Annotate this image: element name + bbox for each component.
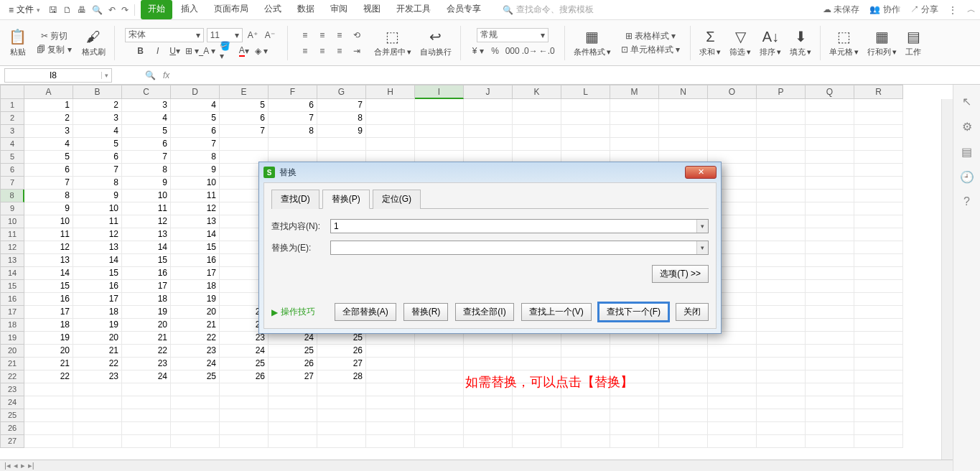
cell-C12[interactable]: 14: [122, 241, 171, 254]
cell-Q23[interactable]: [806, 383, 854, 396]
cell-O23[interactable]: [708, 383, 757, 396]
cell-J4[interactable]: [464, 138, 513, 151]
cell-B16[interactable]: 17: [73, 293, 122, 306]
cell-D12[interactable]: 15: [171, 241, 220, 254]
cell-P14[interactable]: [757, 267, 806, 280]
cell-P7[interactable]: [757, 177, 806, 190]
row-header-3[interactable]: 3: [0, 125, 24, 138]
row-header-15[interactable]: 15: [0, 280, 24, 293]
tab-view[interactable]: 视图: [356, 0, 388, 19]
tab-review[interactable]: 审阅: [323, 0, 355, 19]
filter-button[interactable]: ▽筛选 ▾: [727, 27, 754, 59]
tab-pagelayout[interactable]: 页面布局: [207, 0, 256, 19]
cell-B27[interactable]: [73, 435, 122, 448]
cell-C20[interactable]: 22: [122, 345, 171, 358]
row-header-16[interactable]: 16: [0, 293, 24, 306]
cell-R5[interactable]: [854, 151, 903, 164]
cell-H27[interactable]: [366, 435, 415, 448]
cell-D9[interactable]: 12: [171, 202, 220, 215]
cell-H24[interactable]: [366, 396, 415, 409]
cell-C24[interactable]: [122, 396, 171, 409]
cell-A7[interactable]: 7: [24, 177, 73, 190]
cell-H25[interactable]: [366, 409, 415, 422]
increase-font-icon[interactable]: A⁺: [246, 28, 260, 42]
cell-Q18[interactable]: [806, 319, 854, 332]
cell-G3[interactable]: 9: [317, 125, 366, 138]
cell-I21[interactable]: [415, 358, 464, 370]
cell-D27[interactable]: [171, 435, 220, 448]
sort-button[interactable]: A↓排序 ▾: [757, 27, 784, 59]
col-header-H[interactable]: H: [366, 85, 415, 99]
cell-D18[interactable]: 21: [171, 319, 220, 332]
sheet-nav-last[interactable]: ▸|: [28, 461, 34, 470]
cell-G20[interactable]: 26: [317, 345, 366, 358]
cell-D23[interactable]: [171, 383, 220, 396]
cell-A21[interactable]: 21: [24, 358, 73, 370]
cell-R18[interactable]: [854, 319, 903, 332]
fill-color-icon[interactable]: 🪣 ▾: [220, 44, 234, 58]
cell-P24[interactable]: [757, 396, 806, 409]
cell-L2[interactable]: [561, 112, 610, 125]
cell-C18[interactable]: 20: [122, 319, 171, 332]
row-header-20[interactable]: 20: [0, 345, 24, 358]
cell-B14[interactable]: 15: [73, 267, 122, 280]
cell-C27[interactable]: [122, 435, 171, 448]
cell-A18[interactable]: 18: [24, 319, 73, 332]
find-prev-button[interactable]: 查找上一个(V): [521, 303, 592, 321]
col-header-E[interactable]: E: [220, 85, 269, 99]
row-header-19[interactable]: 19: [0, 332, 24, 345]
cell-L21[interactable]: [561, 358, 610, 370]
sum-button[interactable]: Σ求和 ▾: [696, 27, 724, 59]
sheet-nav-first[interactable]: |◂: [4, 461, 11, 470]
cell-P18[interactable]: [757, 319, 806, 332]
preview-icon[interactable]: 🔍: [92, 5, 103, 15]
cell-C25[interactable]: [122, 409, 171, 422]
cell-A6[interactable]: 6: [24, 164, 73, 177]
strikethrough-icon[interactable]: ̲A ▾: [202, 44, 217, 58]
unsaved-indicator[interactable]: ☁ 未保存: [823, 4, 859, 16]
col-header-B[interactable]: B: [73, 85, 122, 99]
cell-Q6[interactable]: [806, 164, 854, 177]
col-header-M[interactable]: M: [610, 85, 659, 99]
rowcol-button[interactable]: ▦行和列 ▾: [864, 27, 900, 59]
cell-A17[interactable]: 17: [24, 306, 73, 319]
col-header-D[interactable]: D: [171, 85, 220, 99]
cell-D26[interactable]: [171, 422, 220, 435]
cell-L20[interactable]: [561, 345, 610, 358]
collapse-ribbon-icon[interactable]: ︿: [967, 4, 976, 16]
cell-Q11[interactable]: [806, 228, 854, 241]
col-header-O[interactable]: O: [708, 85, 757, 99]
cell-C14[interactable]: 16: [122, 267, 171, 280]
row-header-27[interactable]: 27: [0, 435, 24, 448]
row-header-2[interactable]: 2: [0, 112, 24, 125]
cell-A26[interactable]: [24, 422, 73, 435]
cell-R10[interactable]: [854, 215, 903, 228]
cell-P22[interactable]: [757, 370, 806, 383]
cell-F2[interactable]: 7: [269, 112, 317, 125]
fill-button[interactable]: ⬇填充 ▾: [787, 27, 814, 59]
cell-R14[interactable]: [854, 267, 903, 280]
cell-J20[interactable]: [464, 345, 513, 358]
cell-O2[interactable]: [708, 112, 757, 125]
cell-P1[interactable]: [757, 99, 806, 112]
cell-J3[interactable]: [464, 125, 513, 138]
cell-M20[interactable]: [610, 345, 659, 358]
cell-R13[interactable]: [854, 254, 903, 267]
cell-B19[interactable]: 20: [73, 332, 122, 345]
close-button[interactable]: ✕: [685, 166, 717, 179]
cell-N26[interactable]: [659, 422, 708, 435]
cell-J25[interactable]: [464, 409, 513, 422]
cell-R17[interactable]: [854, 306, 903, 319]
bold-icon[interactable]: B: [134, 44, 148, 58]
cell-D14[interactable]: 17: [171, 267, 220, 280]
cond-format-button[interactable]: ▦条件格式 ▾: [571, 27, 614, 59]
chevron-down-icon[interactable]: ▾: [101, 72, 111, 79]
cell-C23[interactable]: [122, 383, 171, 396]
time-icon[interactable]: 🕘: [960, 170, 974, 184]
font-size-combo[interactable]: 11▾: [207, 28, 243, 42]
cell-G1[interactable]: 7: [317, 99, 366, 112]
row-header-9[interactable]: 9: [0, 202, 24, 215]
select-all-corner[interactable]: [0, 85, 24, 99]
cell-D1[interactable]: 4: [171, 99, 220, 112]
cell-M1[interactable]: [610, 99, 659, 112]
